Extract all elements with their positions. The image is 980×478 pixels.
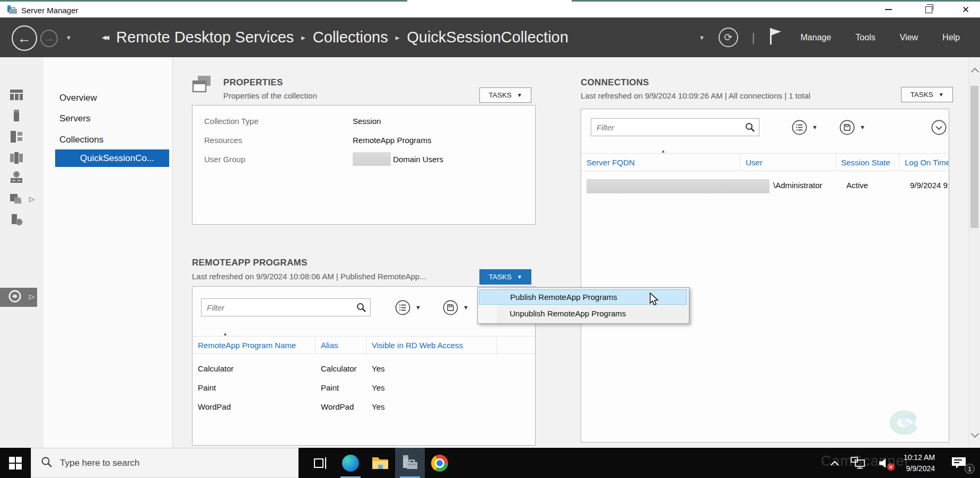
connections-filter-input[interactable] bbox=[591, 118, 759, 136]
scroll-down-icon[interactable] bbox=[971, 430, 979, 438]
column-header[interactable]: Server FQDN bbox=[581, 154, 740, 171]
window-titlebar: Server Manager ✕ bbox=[0, 2, 980, 17]
history-back-icon[interactable]: ◂◂ bbox=[102, 32, 108, 43]
menu-tools[interactable]: Tools bbox=[850, 30, 880, 46]
properties-tasks-button[interactable]: TASKS▼ bbox=[479, 87, 531, 103]
properties-subtitle: Properties of the collection bbox=[223, 91, 317, 100]
minimize-icon bbox=[885, 9, 892, 10]
sidebar-item-file-storage[interactable] bbox=[8, 191, 24, 207]
column-header[interactable]: RemoteApp Program Name bbox=[192, 337, 316, 353]
navpane-item-collections[interactable]: Collections bbox=[59, 132, 160, 148]
navpane-item-overview[interactable]: Overview bbox=[59, 90, 160, 106]
connections-filter bbox=[591, 118, 759, 136]
property-label: Resources bbox=[199, 136, 347, 145]
navpane-item-servers[interactable]: Servers bbox=[59, 111, 160, 127]
remoteapp-tasks-button[interactable]: TASKS▼ bbox=[479, 269, 531, 285]
sidebar-item-server-globe[interactable] bbox=[8, 212, 24, 228]
taskbar-chrome-button[interactable] bbox=[425, 448, 454, 478]
connections-table-header: Server FQDN User Session State Log On Ti… bbox=[581, 153, 949, 171]
server-globe-icon bbox=[9, 213, 24, 227]
scroll-up-icon[interactable] bbox=[971, 68, 979, 76]
cell-visible: Yes bbox=[366, 383, 497, 392]
window-title: Server Manager bbox=[21, 6, 78, 15]
breadcrumb-item-rds[interactable]: Remote Desktop Services bbox=[116, 29, 294, 46]
list-view-icon[interactable] bbox=[791, 119, 808, 136]
sidebar-item-local-server[interactable] bbox=[8, 108, 24, 123]
scrollbar-thumb[interactable] bbox=[970, 86, 978, 228]
network-status-icon[interactable] bbox=[847, 448, 870, 478]
windows-logo-icon bbox=[9, 457, 22, 470]
menu-manage[interactable]: Manage bbox=[795, 30, 837, 46]
chevron-down-icon[interactable]: ▼ bbox=[860, 124, 865, 130]
column-header[interactable]: Visible in RD Web Access bbox=[366, 337, 497, 353]
task-view-button[interactable] bbox=[306, 448, 336, 478]
cell-alias: Paint bbox=[316, 383, 366, 392]
expand-arrow-icon[interactable]: ▷ bbox=[29, 195, 34, 203]
restore-icon bbox=[925, 6, 932, 13]
volume-muted-icon[interactable]: ✕ bbox=[874, 448, 896, 478]
save-query-icon[interactable] bbox=[442, 299, 459, 316]
menu-help[interactable]: Help bbox=[937, 30, 965, 46]
vertical-scrollbar[interactable] bbox=[968, 57, 980, 448]
menu-view[interactable]: View bbox=[895, 30, 923, 46]
sidebar-item-role-1[interactable] bbox=[8, 150, 24, 166]
forward-button[interactable]: → bbox=[40, 30, 58, 47]
refresh-icon[interactable]: ⟳ bbox=[719, 28, 738, 47]
sidebar-item-all-servers[interactable] bbox=[8, 129, 24, 145]
close-icon: ✕ bbox=[962, 5, 969, 14]
history-dropdown-icon[interactable]: ▼ bbox=[66, 34, 72, 41]
properties-panel: Collection Type Session Resources Remote… bbox=[192, 105, 536, 225]
chevron-down-icon[interactable]: ▼ bbox=[415, 304, 421, 311]
table-row[interactable]: Paint Paint Yes bbox=[192, 378, 535, 397]
start-button[interactable] bbox=[0, 448, 31, 478]
edge-icon bbox=[342, 455, 359, 472]
breadcrumb-item-collections[interactable]: Collections bbox=[313, 29, 388, 46]
list-view-icon[interactable] bbox=[395, 299, 411, 316]
expand-arrow-icon[interactable]: ▷ bbox=[29, 293, 34, 300]
search-icon[interactable] bbox=[745, 122, 755, 132]
chevron-down-icon: ▼ bbox=[517, 92, 522, 98]
forward-arrow-icon: → bbox=[45, 33, 54, 44]
column-header[interactable]: Session State bbox=[836, 154, 899, 171]
property-row: Collection Type Session bbox=[199, 113, 528, 129]
navbar-dropdown-icon[interactable]: ▼ bbox=[699, 34, 705, 41]
back-arrow-icon: ← bbox=[18, 30, 31, 47]
cell-log-on-time: 9/9/2024 9:59: bbox=[905, 181, 949, 190]
table-row[interactable]: WordPad WordPad Yes bbox=[192, 397, 535, 416]
action-center-button[interactable]: 1 bbox=[943, 448, 975, 478]
table-row[interactable]: Calculator Calculator Yes bbox=[192, 359, 535, 378]
chevron-down-icon[interactable]: ▼ bbox=[812, 124, 818, 130]
column-header[interactable]: User bbox=[740, 154, 836, 171]
search-icon[interactable] bbox=[356, 302, 366, 313]
sidebar-item-dashboard[interactable] bbox=[8, 87, 24, 103]
redacted-server-fqdn bbox=[587, 179, 769, 193]
table-row[interactable]: \Administrator Active 9/9/2024 9:59: bbox=[581, 177, 949, 196]
chevron-down-icon[interactable]: ▼ bbox=[463, 304, 469, 311]
remoteapp-filter-input[interactable] bbox=[201, 298, 371, 316]
sidebar-item-web-server[interactable] bbox=[8, 169, 24, 185]
minimize-button[interactable] bbox=[876, 2, 900, 17]
back-button[interactable]: ← bbox=[12, 25, 37, 51]
navpane-item-quicksessioncollection-selected[interactable]: QuickSessionCo... bbox=[55, 149, 169, 167]
notifications-flag-icon[interactable] bbox=[769, 28, 782, 47]
breadcrumb-item-quicksessioncollection[interactable]: QuickSessionCollection bbox=[407, 29, 568, 46]
taskbar-search[interactable]: Type here to search bbox=[31, 448, 299, 478]
restore-button[interactable] bbox=[916, 2, 941, 17]
cell-alias: Calculator bbox=[316, 364, 366, 373]
file-storage-icon bbox=[9, 191, 24, 206]
column-header[interactable]: Log On Time bbox=[899, 154, 949, 171]
save-query-icon[interactable] bbox=[839, 119, 855, 136]
tasks-label: TASKS bbox=[910, 91, 933, 99]
close-button[interactable]: ✕ bbox=[953, 2, 978, 17]
property-value: RemoteApp Programs bbox=[347, 136, 431, 145]
taskbar-file-explorer-button[interactable] bbox=[365, 448, 395, 478]
taskbar-clock[interactable]: 10:12 AM9/9/2024 bbox=[900, 448, 939, 478]
connections-tasks-button[interactable]: TASKS▼ bbox=[901, 87, 953, 102]
column-header[interactable]: Alias bbox=[316, 337, 366, 353]
collapse-panel-icon[interactable] bbox=[931, 119, 947, 136]
tray-expand-button[interactable] bbox=[827, 448, 843, 478]
taskbar-server-manager-button[interactable] bbox=[395, 448, 425, 478]
chevron-down-icon: ▼ bbox=[939, 92, 944, 98]
taskbar-edge-button[interactable] bbox=[336, 448, 365, 478]
web-server-icon bbox=[9, 170, 24, 184]
